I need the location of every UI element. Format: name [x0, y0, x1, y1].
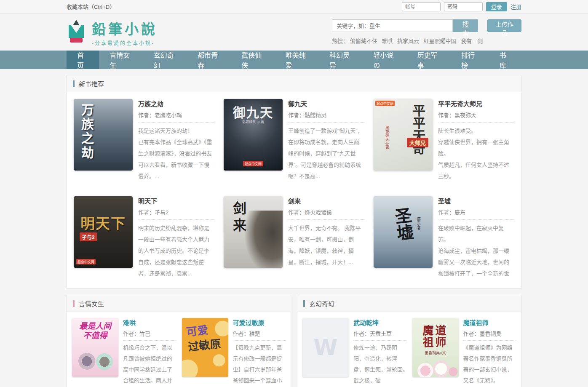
book-card: 万族之劫 万族之劫 作者：老鹰吃小鸡 我是这诸天万族的劫！ 已有完本作品《全球高…: [74, 99, 214, 182]
book-cover[interactable]: 魔道祖师 墨香铜臭○文: [412, 318, 459, 377]
nav-item-history[interactable]: 历史军事: [407, 51, 451, 69]
site-tagline: -分享最愛的全本小說-: [92, 39, 158, 46]
cover-title-text: 万族之劫: [77, 103, 96, 160]
favorite-site-hint[interactable]: 收藏本站（Ctrl+D）: [67, 3, 115, 11]
section-accent-bar: [73, 300, 75, 307]
cover-label-badge: 大师兄: [407, 138, 428, 147]
book-description: 陆长生很难受。 穿越仙侠世界，拥有一张主角脸。 气质超凡，任何女人坚持不过三秒。: [438, 125, 514, 182]
login-button[interactable]: 登录: [486, 2, 507, 11]
book-cover[interactable]: 最是人间不值得: [72, 318, 118, 377]
book-author: 作者：竹已: [123, 329, 176, 341]
site-logo[interactable]: 鉛筆小說 -分享最愛的全本小說-: [67, 18, 158, 46]
nav-item-library[interactable]: 书库: [489, 51, 521, 69]
book-card: 御九天 骷髅精灵 ◎ 著 起点中文网 御九天 作者：骷髅精灵 王峰创造了一款游戏…: [224, 99, 364, 182]
book-card: 明天下 孑与2 起点中文网 明天下 作者：孑与2 明末的历史纷乱混杂，堪称是一段…: [74, 196, 214, 279]
book-author: 作者：孑与2: [138, 208, 214, 220]
hot-link[interactable]: 难哄: [382, 38, 393, 44]
book-description: 在破败中崛起，在寂灭中复苏。 沧海成尘，雷电枯竭，那一缕幽雾又一次临近大地，世间…: [438, 222, 514, 279]
book-author: 作者：骷髅精灵: [288, 111, 364, 123]
upload-button[interactable]: 上传作品: [487, 19, 521, 32]
account-input[interactable]: [402, 2, 441, 11]
book-author: 作者：老鹰吃小鸡: [138, 111, 214, 123]
cover-title-text: 最是人间不值得: [72, 321, 118, 340]
hot-link[interactable]: 偷偷藏不住: [350, 38, 377, 44]
book-description: 【每晚九点更新，显示有修改一般都是捉虫】自打六岁那年爸爸领回来一个混血小: [233, 342, 286, 386]
cover-title-text: 明天下: [74, 212, 133, 233]
book-title[interactable]: 平平无奇大师兄: [438, 99, 514, 108]
new-books-header: 新书推荐: [67, 75, 521, 92]
book-cover[interactable]: 平平无奇 黑夜弥天◎著 大师兄 起点中文网: [374, 99, 433, 171]
nav-item-urban[interactable]: 都市青春: [187, 51, 231, 69]
book-title[interactable]: 难哄: [123, 318, 176, 327]
book-title[interactable]: 明天下: [138, 196, 214, 205]
featured-book: W 武动乾坤 作者：天蚕土豆 修炼一途，乃窃阴阳，夺造化，转涅盘，握生死，掌轮回…: [302, 318, 406, 386]
book-description: 我是这诸天万族的劫！ 已有完本作品《全球高武》《重生之财源滚滚》，没看过的书友可…: [138, 125, 214, 182]
cover-title-text: 御九天: [224, 102, 283, 121]
search-button[interactable]: 搜索: [453, 19, 478, 32]
book-author: 作者：黑夜弥天: [438, 111, 514, 123]
section-title: 言情女生: [79, 299, 104, 308]
cover-title-text: 圣墟: [389, 206, 417, 242]
book-cover[interactable]: 御九天 骷髅精灵 ◎ 著 起点中文网: [224, 99, 283, 171]
nav-item-pure-love[interactable]: 唯美纯爱: [275, 51, 319, 69]
book-description: 大千世界，无奇不有。 我陈平安，唯有一剑，可搬山，倒海，降妖，镇魔，敕神，摘星，…: [288, 222, 364, 268]
book-author: 作者：天蚕土豆: [353, 329, 406, 341]
book-title[interactable]: 圣墟: [438, 196, 514, 205]
nav-item-romance[interactable]: 言情女生: [99, 51, 143, 69]
pencil-logo-icon: [67, 19, 86, 45]
nav-item-wuxia[interactable]: 武侠仙侠: [231, 51, 275, 69]
nav-item-ranking[interactable]: 排行榜: [451, 51, 489, 69]
book-description: 王峰创造了一款游戏“御九天”，在即将功成名就，走向人生巅峰的时候，穿越到了“九天…: [288, 125, 364, 182]
hot-link[interactable]: 我有一剑: [461, 38, 483, 44]
password-input[interactable]: [444, 2, 483, 11]
nav-item-home[interactable]: 首页: [67, 51, 99, 69]
featured-book: 魔道祖师 墨香铜臭○文 魔道祖师 作者：墨香铜臭 《魔道祖师》为网络著名作家墨香…: [412, 318, 516, 386]
book-description: 机缘巧合之下，温以凡跟曾被她拒绝过的高中同学桑延过上了合租的生活。两人井: [123, 342, 176, 386]
romance-panel: 言情女生 最是人间不值得 难哄 作者：竹已 机缘巧合之下，温以凡跟曾被她拒绝过的…: [67, 295, 291, 387]
cover-placeholder-glyph: W: [313, 335, 337, 360]
new-books-grid: 万族之劫 万族之劫 作者：老鹰吃小鸡 我是这诸天万族的劫！ 已有完本作品《全球高…: [67, 92, 521, 288]
book-title[interactable]: 可爱过敏原: [233, 318, 286, 327]
book-title[interactable]: 剑来: [288, 196, 364, 205]
book-cover[interactable]: 剑来: [224, 196, 283, 268]
book-cover[interactable]: W: [302, 318, 349, 377]
cover-author-text: 骷髅精灵 ◎ 著: [224, 119, 283, 124]
cover-author-badge: 孑与2: [80, 232, 97, 241]
hot-search-label: 热搜：: [332, 38, 348, 44]
book-author: 作者：墨香铜臭: [463, 329, 516, 341]
book-card: 圣墟 辰东·著 圣墟 作者：辰东 在破败中崛起，在寂灭中复苏。 沧海成尘，雷电枯…: [374, 196, 514, 279]
search-input[interactable]: [332, 19, 453, 32]
hot-link[interactable]: 执掌风云: [397, 38, 419, 44]
topbar: 收藏本站（Ctrl+D） 登录 注册: [0, 0, 588, 13]
hot-link[interactable]: 红星照耀中国: [424, 38, 457, 44]
cover-title-text: 魔道祖师: [412, 325, 459, 348]
hot-search-row: 热搜： 偷偷藏不住 难哄 执掌风云 红星照耀中国 我有一剑: [332, 37, 521, 45]
book-cover[interactable]: 可爱 过敏原: [182, 318, 228, 377]
nav-item-scifi[interactable]: 科幻灵异: [319, 51, 363, 69]
book-cover[interactable]: 万族之劫: [74, 99, 133, 171]
book-author: 作者：辰东: [438, 208, 514, 220]
main-nav: 首页 言情女生 玄幻奇幻 都市青春 武侠仙侠 唯美纯爱 科幻灵异 轻小说の 历史…: [0, 51, 588, 69]
nav-item-fantasy[interactable]: 玄幻奇幻: [143, 51, 187, 69]
search-area: 搜索 上传作品 热搜： 偷偷藏不住 难哄 执掌风云 红星照耀中国 我有一剑: [332, 19, 521, 45]
book-title[interactable]: 万族之劫: [138, 99, 214, 108]
section-accent-bar: [73, 80, 75, 87]
book-title[interactable]: 魔道祖师: [463, 318, 516, 327]
register-link[interactable]: 注册: [510, 3, 521, 11]
fantasy-panel: 玄幻奇幻 W 武动乾坤 作者：天蚕土豆 修炼一途，乃窃阴阳，夺造化，转涅盘，握生…: [297, 295, 521, 387]
book-title[interactable]: 武动乾坤: [353, 318, 406, 327]
cover-author-text: 墨香铜臭○文: [412, 350, 459, 355]
book-cover[interactable]: 明天下 孑与2 起点中文网: [74, 196, 133, 268]
cover-publisher-badge: 起点中文网: [243, 161, 263, 166]
nav-item-light-novel[interactable]: 轻小说の: [363, 51, 406, 69]
featured-book: 可爱 过敏原 可爱过敏原 作者：稚楚 【每晚九点更新，显示有修改一般都是捉虫】自…: [182, 318, 286, 386]
book-card: 平平无奇 黑夜弥天◎著 大师兄 起点中文网 平平无奇大师兄 作者：黑夜弥天 陆长…: [374, 99, 514, 182]
book-author: 作者：烽火戏诸侯: [288, 208, 364, 220]
book-cover[interactable]: 圣墟 辰东·著: [374, 196, 433, 268]
cover-title-text: 剑来: [229, 201, 248, 235]
book-description: 修炼一途，乃窃阴阳，夺造化，转涅盘，握生死，掌轮回。 武之极，破: [353, 342, 406, 386]
book-description: 《魔道祖师》为网络著名作家墨香铜臭所著的一部玄幻小说，又名《无羁》。: [463, 342, 516, 386]
romance-featured-row: 最是人间不值得 难哄 作者：竹已 机缘巧合之下，温以凡跟曾被她拒绝过的高中同学桑…: [67, 312, 291, 387]
book-description: 明末的历史纷乱混杂，堪称是一段由一些有着强大个人魅力的人书写成的历史。不论是李自…: [138, 222, 214, 279]
book-title[interactable]: 御九天: [288, 99, 364, 108]
